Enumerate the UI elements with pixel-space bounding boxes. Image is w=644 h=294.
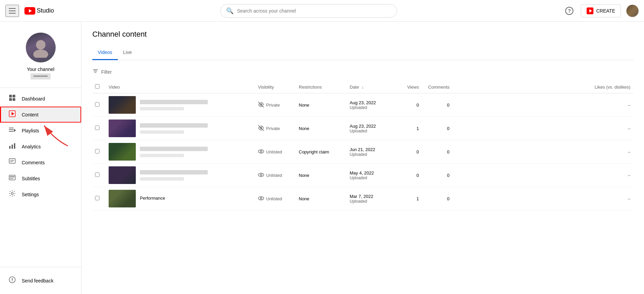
- svg-rect-15: [12, 145, 13, 149]
- likes-cell: –: [452, 187, 633, 210]
- date-sub: Uploaded: [350, 129, 392, 133]
- sidebar-bottom: Send feedback: [0, 267, 81, 289]
- content-table: Video Visibility Restrictions Date ↓ Vie…: [92, 81, 633, 210]
- sidebar-item-dashboard[interactable]: Dashboard: [0, 91, 81, 107]
- row-checkbox[interactable]: [95, 149, 99, 153]
- row-checkbox[interactable]: [95, 126, 99, 130]
- video-name: Performance: [140, 196, 165, 201]
- table-row: UnlistedNoneMay 4, 2022Uploaded00–: [92, 164, 633, 187]
- search-icon: 🔍: [226, 7, 234, 15]
- header-likes: Likes (vs. dislikes): [452, 81, 633, 93]
- header-left: Studio: [5, 5, 54, 17]
- video-cell[interactable]: [109, 143, 253, 161]
- sidebar-item-settings[interactable]: Settings: [0, 186, 81, 202]
- date-cell: Aug 23, 2022Uploaded: [347, 93, 394, 117]
- svg-point-27: [12, 281, 13, 281]
- visibility-icon: [258, 195, 264, 202]
- tab-videos[interactable]: Videos: [92, 45, 118, 60]
- likes-cell: –: [452, 164, 633, 187]
- menu-button[interactable]: [5, 5, 19, 17]
- sidebar-item-feedback-label: Send feedback: [22, 278, 53, 283]
- sidebar-item-playlists-label: Playlists: [22, 128, 39, 133]
- comments-cell: 0: [422, 140, 452, 164]
- visibility-cell: Unlisted: [258, 172, 293, 179]
- visibility-icon: [258, 172, 264, 179]
- user-avatar[interactable]: [626, 5, 639, 17]
- visibility-cell: Unlisted: [258, 148, 293, 155]
- tab-live[interactable]: Live: [118, 45, 137, 60]
- svg-point-38: [260, 197, 262, 199]
- visibility-cell: Unlisted: [258, 195, 293, 202]
- header-date[interactable]: Date ↓: [347, 81, 394, 93]
- video-title-blurred: [140, 100, 208, 104]
- table-row: Performance UnlistedNoneMar 7, 2022Uploa…: [92, 187, 633, 210]
- analytics-icon: [8, 142, 16, 151]
- header-checkbox: [92, 81, 106, 93]
- header-video: Video: [106, 81, 255, 93]
- search-box: 🔍: [220, 4, 397, 18]
- sidebar-item-analytics[interactable]: Analytics: [0, 139, 81, 154]
- sidebar-item-subtitles[interactable]: Subtitles: [0, 170, 81, 186]
- create-label: CREATE: [596, 8, 615, 14]
- sidebar-item-send-feedback[interactable]: Send feedback: [0, 273, 81, 289]
- layout: Your channel •••••••••• Dashboard Conten…: [0, 22, 644, 294]
- sidebar-item-settings-label: Settings: [22, 192, 39, 197]
- sidebar-item-content[interactable]: Content: [0, 107, 81, 123]
- likes-cell: –: [452, 117, 633, 140]
- date-sub: Uploaded: [350, 176, 392, 180]
- restrictions-cell: None: [296, 93, 347, 117]
- channel-avatar[interactable]: [26, 33, 56, 62]
- logo-text: Studio: [37, 7, 54, 14]
- video-cell[interactable]: [109, 166, 253, 184]
- date-main: Aug 23, 2022: [350, 124, 392, 129]
- help-button[interactable]: ?: [563, 5, 575, 17]
- row-checkbox[interactable]: [95, 172, 99, 177]
- restrictions-cell: Copyright claim: [296, 140, 347, 164]
- page-title: Channel content: [92, 30, 633, 39]
- dashboard-icon: [8, 94, 16, 103]
- visibility-label: Private: [266, 126, 280, 131]
- date-cell: Aug 23, 2022Uploaded: [347, 117, 394, 140]
- sidebar-item-analytics-label: Analytics: [22, 144, 41, 149]
- visibility-cell: Private: [258, 102, 293, 109]
- video-subtitle-blurred: [140, 154, 184, 157]
- create-button[interactable]: CREATE: [581, 4, 621, 17]
- row-checkbox[interactable]: [95, 102, 99, 107]
- svg-rect-4: [9, 95, 12, 97]
- comments-cell: 0: [422, 117, 452, 140]
- channel-section: Your channel ••••••••••: [0, 27, 81, 88]
- avatar-image: [626, 5, 639, 17]
- header-search: 🔍: [54, 4, 563, 18]
- video-cell[interactable]: [109, 120, 253, 137]
- restrictions-cell: None: [296, 117, 347, 140]
- row-checkbox[interactable]: [95, 196, 99, 200]
- svg-marker-13: [14, 129, 16, 132]
- visibility-label: Unlisted: [266, 173, 282, 178]
- sidebar-item-playlists[interactable]: Playlists: [0, 123, 81, 139]
- sidebar-item-comments[interactable]: Comments: [0, 154, 81, 170]
- sort-icon: ↓: [362, 85, 364, 90]
- header-visibility: Visibility: [255, 81, 296, 93]
- video-cell[interactable]: Performance: [109, 190, 253, 207]
- select-all-checkbox[interactable]: [95, 84, 99, 89]
- header-views: Views: [394, 81, 422, 93]
- video-thumbnail: [109, 190, 136, 207]
- visibility-label: Unlisted: [266, 149, 282, 154]
- filter-icon: [92, 68, 98, 75]
- playlists-icon: [8, 126, 16, 135]
- comments-icon: [8, 158, 16, 167]
- date-cell: May 4, 2022Uploaded: [347, 164, 394, 187]
- main-content: Channel content Videos Live Filter Video…: [81, 22, 644, 294]
- svg-point-33: [258, 150, 264, 153]
- visibility-icon: [258, 125, 264, 132]
- video-subtitle-blurred: [140, 107, 184, 110]
- search-input[interactable]: [237, 8, 391, 14]
- svg-rect-17: [9, 159, 15, 163]
- svg-rect-5: [13, 95, 15, 97]
- header-comments: Comments: [422, 81, 452, 93]
- video-title-blurred: [140, 147, 208, 151]
- video-cell[interactable]: [109, 96, 253, 114]
- channel-name: Your channel: [27, 67, 54, 72]
- youtube-logo-icon: [24, 7, 35, 15]
- logo[interactable]: Studio: [24, 7, 54, 15]
